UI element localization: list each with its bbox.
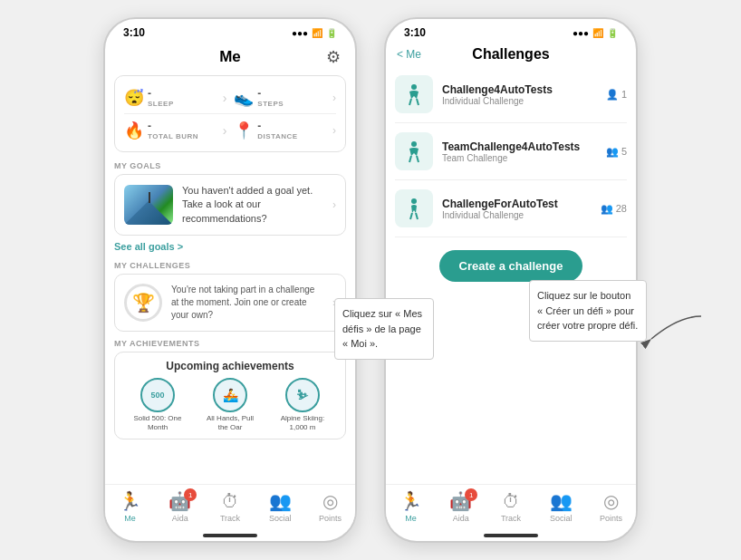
status-icons-2: ●●● 📶 🔋 (573, 28, 618, 38)
goals-card[interactable]: You haven't added a goal yet. Take a loo… (114, 174, 346, 236)
mountain-shape (124, 201, 173, 225)
time-2: 3:10 (404, 26, 426, 39)
nav-track-label-2: Track (501, 514, 521, 523)
status-bar-2: 3:10 ●●● 📶 🔋 (386, 19, 636, 43)
distance-stat[interactable]: 📍 - DISTANCE (226, 120, 332, 140)
page-title-1: Me (219, 48, 241, 66)
steps-icon: 👟 (234, 88, 254, 108)
challenge-type-2: Team Challenge (442, 153, 597, 163)
count-value-2: 5 (621, 146, 627, 157)
achievement-badge-3: ⛷ (285, 378, 320, 412)
running-icon-1 (400, 81, 428, 108)
aida-badge-dot-2: 1 (465, 488, 477, 501)
challenge-icon-1 (395, 75, 433, 113)
nav-social-label-2: Social (550, 514, 573, 523)
achievements-title: Upcoming achievements (124, 360, 336, 372)
achievement-1: 500 Solid 500: One Month (133, 378, 183, 431)
nav-points-label-2: Points (600, 514, 622, 523)
time-1: 3:10 (123, 26, 145, 39)
signal-icon-2: ●●● (573, 28, 589, 38)
phone-1: 3:10 ●●● 📶 🔋 Me ⚙ 😴 - S (103, 17, 357, 543)
social-icon: 👥 (269, 490, 292, 512)
nav-track-2[interactable]: ⏱ Track (486, 491, 535, 523)
challenge-info-3: ChallengeForAutoTest Individual Challeng… (442, 198, 592, 220)
nav-points-1[interactable]: ◎ Points (305, 490, 355, 523)
nav-points-2[interactable]: ◎ Points (586, 490, 636, 523)
stats-card: 😴 - SLEEP › 👟 - STEPS › (114, 75, 346, 152)
chevron-goals: › (332, 198, 336, 211)
back-button[interactable]: < Me (397, 48, 421, 61)
svg-point-2 (411, 141, 417, 147)
nav-me-2[interactable]: 🏃 Me (386, 490, 436, 523)
challenge-row-3[interactable]: ChallengeForAutoTest Individual Challeng… (395, 180, 627, 237)
count-value-3: 28 (616, 203, 627, 214)
my-challenges-card[interactable]: 🏆 You're not taking part in a challenge … (114, 274, 346, 332)
nav-aida-2[interactable]: 🤖 1 Aida (436, 490, 486, 523)
nav-me-label-1: Me (124, 514, 136, 523)
svg-point-1 (411, 84, 417, 90)
achievement-label-3: Alpine Skiing: 1,000 m (278, 414, 328, 431)
annotation-right-text: Cliquez sur le bouton « Créer un défi » … (537, 290, 638, 331)
social-icon-2: 👥 (550, 490, 573, 512)
person-icon-1: 👤 (606, 89, 619, 101)
achievement-label-1: Solid 500: One Month (133, 414, 183, 431)
battery-icon-2: 🔋 (607, 28, 618, 38)
status-icons-1: ●●● 📶 🔋 (292, 28, 337, 38)
page-title-2: Challenges (472, 46, 549, 63)
see-all-goals[interactable]: See all goals > (105, 237, 355, 256)
annotation-left-text: Cliquez sur « Mes défis » de la page « M… (342, 308, 422, 349)
walking-icon-3 (400, 195, 428, 222)
my-challenges-section-label: MY CHALLENGES (105, 256, 355, 272)
nav-track-1[interactable]: ⏱ Track (205, 491, 255, 523)
challenge-type-1: Individual Challenge (442, 96, 597, 106)
challenge-info-1: Challenge4AutoTests Individual Challenge (442, 83, 597, 106)
person-icon-3: 👥 (601, 203, 613, 215)
achievements-card: Upcoming achievements 500 Solid 500: One… (114, 352, 346, 439)
challenge-name-1: Challenge4AutoTests (442, 83, 597, 96)
screen2-header: < Me Challenges (386, 43, 636, 66)
nav-me-1[interactable]: 🏃 Me (105, 490, 155, 523)
arrow-right (642, 307, 706, 352)
wifi-icon: 📶 (312, 28, 322, 38)
gear-icon[interactable]: ⚙ (326, 47, 341, 67)
nav-social-1[interactable]: 👥 Social (255, 490, 305, 523)
achievement-badge-1: 500 (140, 378, 175, 412)
achievements-row: 500 Solid 500: One Month 🚣 All Hands, Pu… (124, 378, 336, 431)
aida-badge-wrapper-2: 🤖 1 (449, 490, 472, 512)
challenge-count-3: 👥 28 (601, 203, 627, 215)
nav-aida-1[interactable]: 🤖 1 Aida (155, 490, 205, 523)
stats-row-1: 😴 - SLEEP › 👟 - STEPS › (124, 83, 336, 111)
nav-social-2[interactable]: 👥 Social (536, 490, 586, 523)
aida-badge-wrapper-1: 🤖 1 (168, 490, 191, 512)
challenge-icon-2 (395, 132, 433, 170)
sleep-stat[interactable]: 😴 - SLEEP (124, 87, 223, 108)
nav-aida-label-2: Aida (453, 514, 469, 523)
annotation-left: Cliquez sur « Mes défis » de la page « M… (334, 298, 434, 360)
achievement-badge-2: 🚣 (213, 378, 247, 412)
distance-label: DISTANCE (257, 132, 297, 140)
bottom-nav-1: 🏃 Me 🤖 1 Aida ⏱ Track 👥 Social ◎ Points (105, 484, 355, 532)
burn-stat[interactable]: 🔥 - TOTAL BURN (124, 120, 223, 140)
challenge-badge: 🏆 (124, 284, 162, 322)
challenge-row-1[interactable]: Challenge4AutoTests Individual Challenge… (395, 66, 627, 123)
distance-info: - DISTANCE (257, 120, 297, 140)
sleep-label: SLEEP (148, 100, 174, 108)
me-icon: 🏃 (119, 490, 141, 512)
achievement-3: ⛷ Alpine Skiing: 1,000 m (278, 378, 328, 431)
home-indicator-2 (484, 534, 538, 537)
signal-icon: ●●● (292, 28, 308, 38)
battery-icon: 🔋 (326, 28, 337, 38)
chevron-distance: › (332, 124, 336, 137)
challenge-count-2: 👥 5 (606, 146, 627, 158)
create-challenge-button[interactable]: Create a challenge (439, 250, 583, 282)
sleep-info: - SLEEP (148, 87, 174, 108)
steps-stat[interactable]: 👟 - STEPS (226, 87, 332, 108)
burn-icon: 🔥 (124, 121, 144, 140)
status-bar-1: 3:10 ●●● 📶 🔋 (105, 19, 355, 43)
challenge-type-3: Individual Challenge (442, 210, 592, 220)
challenge-row-2[interactable]: TeamChallenge4AutoTests Team Challenge 👥… (395, 123, 627, 180)
me-icon-2: 🏃 (399, 490, 422, 512)
burn-label: TOTAL BURN (148, 132, 198, 140)
distance-value: - (257, 120, 297, 132)
home-indicator-1 (203, 534, 257, 537)
